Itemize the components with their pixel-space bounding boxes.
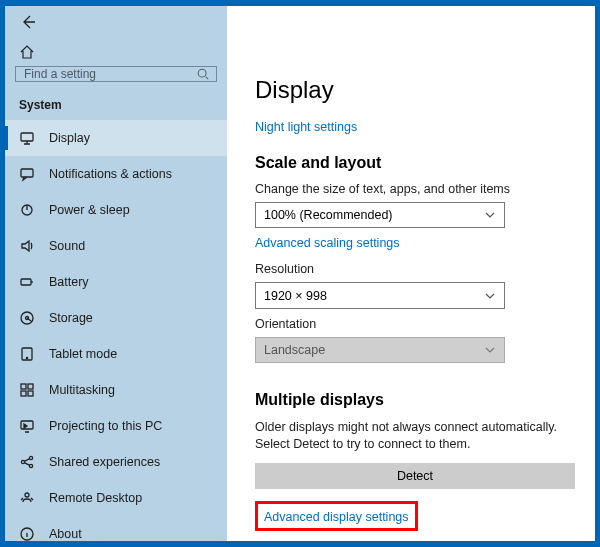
svg-rect-10 bbox=[28, 384, 33, 389]
svg-rect-13 bbox=[21, 421, 33, 429]
sidebar-item-label: Projecting to this PC bbox=[49, 419, 162, 433]
sidebar-item-label: Display bbox=[49, 131, 90, 145]
main-panel: Display Night light settings Scale and l… bbox=[227, 6, 595, 541]
orientation-dropdown: Landscape bbox=[255, 337, 505, 363]
orientation-label: Orientation bbox=[255, 317, 575, 331]
sidebar-item-storage[interactable]: Storage bbox=[5, 300, 227, 336]
sidebar-item-power[interactable]: Power & sleep bbox=[5, 192, 227, 228]
remote-icon bbox=[19, 490, 35, 506]
sidebar-item-label: Battery bbox=[49, 275, 89, 289]
info-icon bbox=[19, 526, 35, 542]
sidebar-item-label: Shared experiences bbox=[49, 455, 160, 469]
sidebar: System DisplayNotifications & actionsPow… bbox=[5, 6, 227, 541]
sidebar-item-remote[interactable]: Remote Desktop bbox=[5, 480, 227, 516]
sidebar-item-label: Sound bbox=[49, 239, 85, 253]
sidebar-item-label: Storage bbox=[49, 311, 93, 325]
scale-dropdown[interactable]: 100% (Recommended) bbox=[255, 202, 505, 228]
scale-heading: Scale and layout bbox=[255, 154, 575, 172]
resolution-dropdown[interactable]: 1920 × 998 bbox=[255, 282, 505, 308]
multiple-desc: Older displays might not always connect … bbox=[255, 419, 575, 453]
sidebar-item-label: Remote Desktop bbox=[49, 491, 142, 505]
share-icon bbox=[19, 454, 35, 470]
search-input[interactable] bbox=[24, 67, 196, 81]
svg-rect-9 bbox=[21, 384, 26, 389]
section-label: System bbox=[5, 94, 227, 120]
tablet-icon bbox=[19, 346, 35, 362]
battery-icon bbox=[19, 274, 35, 290]
svg-point-8 bbox=[26, 357, 27, 358]
sidebar-item-label: Power & sleep bbox=[49, 203, 130, 217]
sidebar-item-label: Notifications & actions bbox=[49, 167, 172, 181]
highlight-annotation: Advanced display settings bbox=[255, 501, 418, 531]
svg-rect-11 bbox=[21, 391, 26, 396]
resolution-value: 1920 × 998 bbox=[264, 289, 327, 303]
home-button[interactable] bbox=[5, 44, 227, 60]
chat-icon bbox=[19, 166, 35, 182]
page-title: Display bbox=[255, 76, 575, 104]
sidebar-item-sound[interactable]: Sound bbox=[5, 228, 227, 264]
search-icon bbox=[196, 67, 210, 81]
sidebar-item-label: About bbox=[49, 527, 82, 541]
orientation-value: Landscape bbox=[264, 343, 325, 357]
windows-icon bbox=[19, 382, 35, 398]
svg-rect-12 bbox=[28, 391, 33, 396]
sidebar-item-battery[interactable]: Battery bbox=[5, 264, 227, 300]
sidebar-item-notifications[interactable]: Notifications & actions bbox=[5, 156, 227, 192]
sidebar-item-shared[interactable]: Shared experiences bbox=[5, 444, 227, 480]
resolution-label: Resolution bbox=[255, 262, 575, 276]
multiple-heading: Multiple displays bbox=[255, 391, 575, 409]
svg-point-0 bbox=[198, 69, 206, 77]
svg-rect-4 bbox=[21, 279, 31, 285]
detect-button[interactable]: Detect bbox=[255, 463, 575, 489]
advanced-display-link[interactable]: Advanced display settings bbox=[264, 510, 409, 524]
sidebar-item-display[interactable]: Display bbox=[5, 120, 227, 156]
search-box[interactable] bbox=[15, 66, 217, 82]
power-icon bbox=[19, 202, 35, 218]
advanced-scaling-link[interactable]: Advanced scaling settings bbox=[255, 236, 575, 250]
monitor-icon bbox=[19, 130, 35, 146]
sidebar-item-label: Multitasking bbox=[49, 383, 115, 397]
settings-window: System DisplayNotifications & actionsPow… bbox=[5, 6, 595, 541]
chevron-down-icon bbox=[484, 344, 496, 356]
back-button[interactable] bbox=[5, 14, 41, 30]
sidebar-item-tablet[interactable]: Tablet mode bbox=[5, 336, 227, 372]
back-arrow-icon bbox=[20, 14, 36, 30]
sidebar-item-multitask[interactable]: Multitasking bbox=[5, 372, 227, 408]
chevron-down-icon bbox=[484, 290, 496, 302]
sidebar-item-about[interactable]: About bbox=[5, 516, 227, 547]
svg-rect-1 bbox=[21, 133, 33, 141]
drive-icon bbox=[19, 310, 35, 326]
svg-point-5 bbox=[21, 312, 33, 324]
project-icon bbox=[19, 418, 35, 434]
home-icon bbox=[19, 44, 35, 60]
sidebar-item-projecting[interactable]: Projecting to this PC bbox=[5, 408, 227, 444]
speaker-icon bbox=[19, 238, 35, 254]
scale-value: 100% (Recommended) bbox=[264, 208, 393, 222]
night-light-link[interactable]: Night light settings bbox=[255, 120, 575, 134]
chevron-down-icon bbox=[484, 209, 496, 221]
svg-rect-2 bbox=[21, 169, 33, 177]
sidebar-item-label: Tablet mode bbox=[49, 347, 117, 361]
scale-desc: Change the size of text, apps, and other… bbox=[255, 182, 575, 196]
svg-point-17 bbox=[25, 493, 29, 497]
